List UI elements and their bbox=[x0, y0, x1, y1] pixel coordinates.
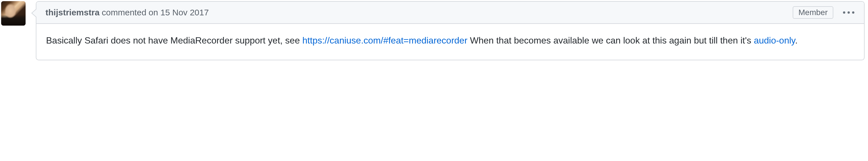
body-text: When that becomes available we can look … bbox=[468, 35, 754, 46]
avatar[interactable] bbox=[1, 1, 26, 26]
kebab-menu-icon[interactable] bbox=[840, 9, 857, 16]
body-text: Basically Safari does not have MediaReco… bbox=[46, 35, 302, 46]
comment-timestamp-link[interactable]: on 15 Nov 2017 bbox=[149, 8, 209, 17]
comment-body: Basically Safari does not have MediaReco… bbox=[36, 24, 864, 60]
body-link-audio-only[interactable]: audio-only bbox=[754, 35, 795, 46]
author-link[interactable]: thijstriemstra bbox=[45, 8, 99, 17]
role-badge: Member bbox=[793, 6, 833, 19]
timeline-comment: thijstriemstra commented on 15 Nov 2017 … bbox=[0, 0, 868, 64]
comment-container: thijstriemstra commented on 15 Nov 2017 … bbox=[36, 1, 865, 60]
body-text: . bbox=[795, 35, 798, 46]
comment-header-actions: Member bbox=[793, 6, 857, 19]
comment-header: thijstriemstra commented on 15 Nov 2017 … bbox=[36, 2, 864, 24]
comment-action-text: commented bbox=[102, 8, 146, 17]
comment-header-meta: thijstriemstra commented on 15 Nov 2017 bbox=[45, 8, 209, 17]
body-link-caniuse[interactable]: https://caniuse.com/#feat=mediarecorder bbox=[302, 35, 468, 46]
